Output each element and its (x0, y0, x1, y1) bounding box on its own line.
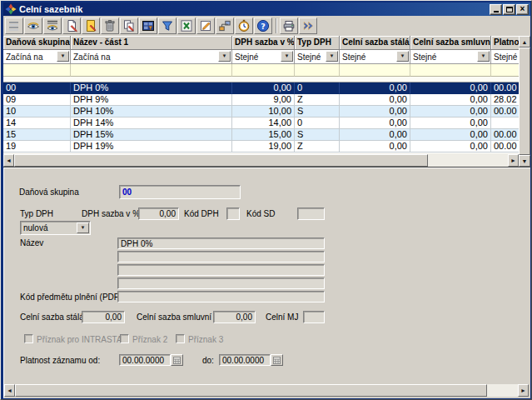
notes-button[interactable] (196, 18, 215, 34)
filter-operator-danova_skupina[interactable]: Začíná na▼ (3, 50, 71, 64)
detail-panel: Daňová skupina 00 Typ DPH DPH sazba v % … (3, 167, 530, 398)
nazev-field-3[interactable] (117, 264, 325, 276)
list-detail-view-button[interactable] (43, 18, 62, 34)
delete-record-button[interactable] (101, 18, 119, 34)
chevron-down-icon[interactable]: ▼ (396, 51, 409, 62)
new-record-button[interactable] (62, 18, 81, 34)
maximize-button[interactable] (503, 4, 515, 15)
chevron-down-icon[interactable]: ▼ (218, 51, 231, 62)
detail-view-button[interactable] (24, 18, 42, 34)
filter-input-typ_dph[interactable] (295, 64, 340, 77)
vertical-scroll-thumb[interactable] (519, 48, 530, 155)
nazev-field-4[interactable] (117, 278, 325, 289)
dph-sazba-field[interactable]: 0,00 (138, 208, 179, 220)
scroll-up-icon[interactable]: ▲ (519, 36, 530, 48)
grid-filter-row: Začíná na▼Začíná na▼Stejné▼Stejné▼Stejné… (3, 50, 519, 64)
chevron-down-icon[interactable]: ▼ (281, 51, 293, 62)
column-header-nazev[interactable]: Název - část 1 (71, 36, 232, 50)
filter-operator-nazev[interactable]: Začíná na▼ (71, 50, 232, 64)
platnost-do-calendar-button[interactable] (271, 354, 283, 366)
filter-input-celni_sazba_stala[interactable] (340, 64, 410, 77)
filter-button[interactable] (158, 18, 177, 34)
list-icon (7, 19, 21, 32)
cell-celni_sazba_stala: 0,00 (340, 82, 410, 94)
filter-operator-celni_sazba_smluvni[interactable]: Stejné▼ (410, 50, 491, 64)
filter-operator-celni_sazba_stala[interactable]: Stejné▼ (340, 50, 410, 64)
filter-input-platnost[interactable] (491, 64, 519, 77)
scroll-left-icon[interactable]: ◄ (3, 154, 14, 167)
print-button[interactable] (280, 18, 298, 34)
kod-dph-field[interactable] (226, 208, 240, 220)
filter-operator-dph_sazba[interactable]: Stejné▼ (232, 50, 295, 64)
more-actions-button[interactable] (299, 18, 317, 34)
table-row[interactable]: 19DPH 19%19,00Z0,000,0000.00 (3, 141, 519, 152)
svg-text:?: ? (261, 22, 266, 31)
detail-scroll-thumb[interactable] (15, 384, 487, 397)
table-row[interactable]: 00DPH 0%0,0000,000,0000.00 (3, 82, 519, 94)
copy-record-button[interactable] (120, 18, 138, 34)
chevron-down-icon[interactable]: ▼ (326, 51, 338, 62)
chevron-down-icon[interactable]: ▼ (77, 222, 89, 233)
grid-horizontal-scrollbar[interactable]: ◄ ► (3, 153, 519, 167)
filter-input-dph_sazba[interactable] (232, 64, 295, 77)
table-row[interactable]: 15DPH 15%15,00S0,000,0000.00 (3, 129, 519, 141)
priznak-intrastat-checkbox[interactable] (24, 334, 33, 343)
table-row[interactable]: 14DPH 14%14,0000,000,00 (3, 118, 519, 129)
column-header-typ_dph[interactable]: Typ DPH (295, 36, 340, 50)
cell-typ_dph: S (295, 106, 340, 118)
platnost-od-field[interactable]: 00.00.0000 (119, 354, 171, 366)
kod-sd-field[interactable] (297, 208, 325, 220)
column-header-celni_sazba_smluvni[interactable]: Celní sazba smluvní (410, 36, 491, 50)
table-row[interactable]: 10DPH 10%10,00S0,000,0000.00 (3, 106, 519, 118)
cell-danova_skupina: 19 (3, 141, 71, 152)
filter-input-celni_sazba_smluvni[interactable] (410, 64, 491, 77)
excel-export-button[interactable] (177, 18, 196, 34)
help-button[interactable]: ? (254, 18, 272, 34)
scroll-down-icon[interactable]: ▼ (519, 155, 530, 167)
scroll-right-icon[interactable]: ► (508, 154, 519, 167)
celni-sazba-smluvni-field[interactable]: 0,00 (213, 311, 256, 323)
filter-operator-typ_dph[interactable]: Stejné▼ (295, 50, 340, 64)
column-header-dph_sazba[interactable]: DPH sazba v % (232, 36, 295, 50)
close-button[interactable]: × (516, 4, 529, 15)
chevron-down-icon[interactable]: ▼ (57, 51, 69, 62)
table-row[interactable]: 09DPH 9%9,00Z0,000,0028.02 (3, 94, 519, 106)
filter-operator-platnost[interactable]: Stejné▼ (491, 50, 519, 64)
typ-dph-combobox[interactable]: nulová ▼ (20, 221, 91, 235)
priznak-2-checkbox[interactable] (120, 334, 129, 343)
column-header-platnost[interactable]: Platnost (491, 36, 519, 50)
history-button[interactable] (235, 18, 253, 34)
column-header-danova_skupina[interactable]: Daňová skupina (3, 36, 71, 50)
cell-nazev: DPH 14% (71, 118, 232, 129)
nazev-field-2[interactable] (117, 251, 325, 262)
celni-sazba-stala-field[interactable]: 0,00 (82, 311, 125, 323)
list-view-button[interactable] (5, 18, 23, 34)
minimize-button[interactable] (490, 4, 502, 15)
nazev-field-1[interactable]: DPH 0% (117, 238, 325, 249)
celni-mj-field[interactable] (303, 311, 325, 323)
filter-input-nazev[interactable] (71, 64, 232, 77)
pdp-field[interactable] (117, 291, 325, 302)
relations-button[interactable] (216, 18, 234, 34)
platnost-od-calendar-button[interactable] (171, 354, 183, 366)
cell-typ_dph: Z (295, 141, 340, 152)
filter-input-danova_skupina[interactable] (3, 64, 71, 77)
edit-record-button[interactable] (82, 18, 100, 34)
celni-mj-label: Celní MJ (266, 312, 298, 322)
grid-settings-button[interactable] (139, 18, 157, 34)
dph-sazba-label: DPH sazba v % (82, 209, 140, 218)
platnost-do-field[interactable]: 00.00.0000 (219, 354, 271, 366)
column-header-celni_sazba_stala[interactable]: Celní sazba stálá (340, 36, 410, 50)
scroll-left-icon[interactable]: ◄ (4, 384, 15, 397)
detail-horizontal-scrollbar[interactable]: ◄ ► (4, 384, 529, 397)
vertical-scrollbar[interactable]: ▲ ▼ (519, 36, 530, 167)
danova-skupina-field[interactable]: 00 (119, 185, 241, 199)
maximize-icon (506, 7, 513, 12)
cell-nazev: DPH 10% (71, 106, 232, 118)
chevron-down-icon[interactable]: ▼ (477, 51, 490, 62)
platnost-do-label: do: (202, 356, 214, 365)
priznak-3-checkbox[interactable] (176, 334, 185, 343)
horizontal-scroll-thumb[interactable] (14, 154, 428, 167)
titlebar[interactable]: Celní sazebník × (3, 2, 530, 16)
scroll-right-icon[interactable]: ► (518, 384, 529, 397)
